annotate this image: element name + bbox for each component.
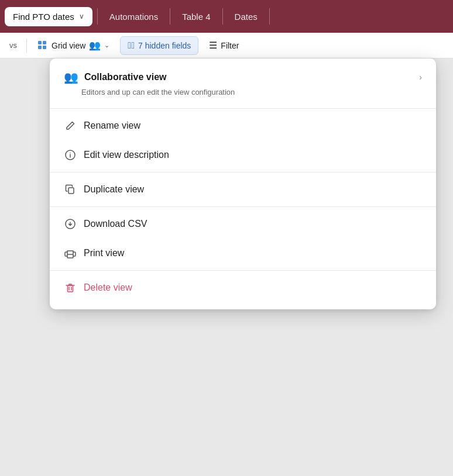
- print-view-item[interactable]: Print view: [50, 239, 436, 268]
- svg-rect-3: [43, 46, 46, 49]
- divider-2: [50, 172, 436, 173]
- print-icon: [64, 247, 77, 260]
- hidden-fields-label: 7 hidden fields: [138, 41, 191, 50]
- nav-separator-1: [97, 8, 98, 25]
- share-icon: 👥: [89, 40, 101, 51]
- svg-rect-7: [68, 188, 74, 194]
- delete-view-item[interactable]: Delete view: [50, 273, 436, 302]
- toolbar: vs Grid view 👥 ⌄ 👁̸ 7 hidden fields ☰ Fi…: [0, 33, 453, 58]
- nav-separator-3: [222, 8, 223, 25]
- context-menu-dropdown: 👥 Collaborative view › Editors and up ca…: [50, 58, 436, 309]
- nav-separator-4: [269, 8, 270, 25]
- download-csv-item[interactable]: Download CSV: [50, 209, 436, 239]
- filter-label: Filter: [221, 41, 239, 50]
- pencil-icon: [64, 119, 77, 132]
- collaborative-row: 👥 Collaborative view: [64, 70, 167, 84]
- svg-point-6: [70, 153, 71, 154]
- find-pto-button[interactable]: Find PTO dates ∨: [5, 7, 92, 26]
- print-view-label: Print view: [84, 248, 124, 258]
- rename-view-label: Rename view: [84, 120, 140, 131]
- eye-slash-icon: 👁̸: [128, 40, 135, 51]
- collaborative-icon: 👥: [64, 70, 78, 84]
- main-content: vs d a vie d view 👥 Collaborative view ›…: [0, 58, 453, 476]
- nav-tab-table4[interactable]: Table 4: [173, 7, 219, 26]
- duplicate-icon: [64, 183, 77, 196]
- grid-view-button[interactable]: Grid view 👥 ⌄: [32, 36, 115, 54]
- download-csv-label: Download CSV: [84, 219, 147, 229]
- svg-rect-0: [38, 41, 42, 44]
- filter-icon: ☰: [209, 40, 217, 51]
- divider-1: [50, 108, 436, 109]
- toolbar-separator: [26, 39, 27, 53]
- duplicate-view-item[interactable]: Duplicate view: [50, 175, 436, 204]
- nav-tab-automations[interactable]: Automations: [100, 7, 167, 26]
- download-icon: [64, 218, 77, 230]
- find-pto-chevron: ∨: [79, 12, 84, 20]
- nav-separator-2: [170, 8, 170, 25]
- find-pto-label: Find PTO dates: [13, 12, 74, 22]
- grid-view-chevron: ⌄: [104, 42, 109, 49]
- hidden-fields-button[interactable]: 👁̸ 7 hidden fields: [120, 36, 198, 55]
- collaborative-description: Editors and up can edit the view configu…: [64, 88, 422, 96]
- collaborative-section: 👥 Collaborative view › Editors and up ca…: [50, 70, 436, 106]
- divider-4: [50, 270, 436, 271]
- svg-rect-9: [67, 254, 73, 258]
- rename-view-item[interactable]: Rename view: [50, 111, 436, 140]
- trash-icon: [64, 281, 77, 294]
- nav-tab-dates[interactable]: Dates: [225, 7, 267, 26]
- collaborative-chevron: ›: [419, 73, 422, 82]
- svg-rect-2: [38, 46, 42, 49]
- info-icon: [64, 149, 77, 161]
- grid-view-label: Grid view: [52, 41, 85, 50]
- filter-button[interactable]: ☰ Filter: [203, 36, 245, 54]
- grid-icon: [37, 40, 48, 51]
- duplicate-view-label: Duplicate view: [84, 184, 144, 195]
- divider-3: [50, 206, 436, 207]
- delete-view-label: Delete view: [84, 282, 132, 293]
- collaborative-header[interactable]: 👥 Collaborative view ›: [64, 70, 422, 84]
- edit-description-label: Edit view description: [84, 150, 169, 160]
- edit-description-item[interactable]: Edit view description: [50, 140, 436, 170]
- top-nav-bar: Find PTO dates ∨ Automations Table 4 Dat…: [0, 0, 453, 33]
- toolbar-left-stub: vs: [5, 39, 22, 52]
- collaborative-title: Collaborative view: [84, 72, 167, 82]
- svg-rect-1: [43, 41, 46, 44]
- svg-rect-10: [68, 285, 73, 292]
